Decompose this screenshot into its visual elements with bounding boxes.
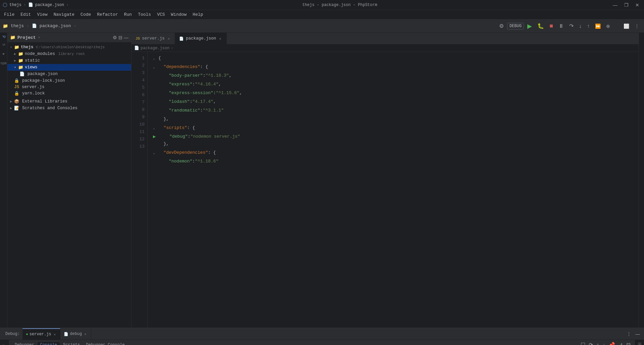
package-lock-label: package-lock.json [22, 78, 65, 83]
console-scroll-down-button[interactable]: ↓ [601, 341, 606, 345]
step-out-button[interactable]: ↑ [585, 22, 592, 30]
menu-window[interactable]: Window [168, 11, 190, 18]
debug-tab-server-js-close[interactable]: ✕ [53, 332, 57, 337]
menu-code[interactable]: Code [78, 11, 94, 18]
debug-tab-debug-icon: 📄 [64, 332, 68, 336]
editor-area: JS server.js ✕ 📄 package.json ✕ 📄 packag… [131, 33, 639, 328]
debug-tab-debug-close[interactable]: ✕ [83, 332, 88, 337]
menu-run[interactable]: Run [121, 11, 135, 18]
stop-button[interactable]: ■ [547, 21, 555, 31]
subtab-console[interactable]: Console [38, 342, 60, 345]
subtab-debugger-console[interactable]: Debugger Console [83, 342, 127, 345]
favorites-icon[interactable]: ★ [2, 51, 5, 56]
pause-button[interactable]: ⏸ [556, 22, 566, 30]
code-line-9: ▾ "scripts" : { [153, 124, 633, 133]
tree-views[interactable]: ▾ 📁 views [7, 64, 131, 71]
console-clear-button[interactable]: ☐ [579, 341, 587, 345]
run-button[interactable]: ▶ [525, 21, 534, 31]
bottom-minimize-button[interactable]: — [634, 331, 641, 337]
close-button[interactable]: ✕ [633, 2, 641, 8]
menu-file[interactable]: File [1, 11, 17, 18]
tree-server-js[interactable]: JS server.js [7, 84, 131, 90]
toolbar-breadcrumb-file: package.json [40, 23, 71, 28]
code-line-2: ▾ "dependencies" : { [153, 63, 633, 72]
subtab-debugger[interactable]: Debugger [12, 342, 37, 345]
menu-tools[interactable]: Tools [135, 11, 154, 18]
subtab-scripts[interactable]: Scripts [60, 342, 83, 345]
code-line-6: "lodash" : "4.17.4" , [153, 98, 633, 107]
tree-static[interactable]: ▶ 📁 static [7, 57, 131, 64]
fold-9[interactable]: ▾ [153, 126, 157, 133]
console-copy-button[interactable]: ⟳ [587, 341, 594, 345]
console-pin-button[interactable]: 📌 [607, 341, 616, 345]
debug-config-label: DEBUG [507, 23, 524, 29]
tab-server-js-icon: JS [136, 37, 140, 41]
more-actions-button[interactable]: ⋮ [633, 22, 641, 30]
code-line-1: ▾ { [153, 55, 633, 63]
tab-package-json-close[interactable]: ✕ [218, 36, 222, 41]
menu-help[interactable]: Help [190, 11, 206, 18]
menu-navigate[interactable]: Navigate [51, 11, 77, 18]
breadcrumb-sep: › [171, 46, 173, 51]
console-fullscreen-button[interactable]: ⤢ [617, 341, 624, 345]
filetree-collapse-button[interactable]: ⊟ [118, 35, 122, 40]
run-to-cursor-button[interactable]: ⏩ [593, 22, 603, 30]
tree-external-libraries[interactable]: ▶ 📦 External Libraries [7, 98, 131, 105]
fold-2[interactable]: ▾ [153, 65, 157, 72]
code-line-5: "express-session" : "^1.15.6" , [153, 89, 633, 98]
node-modules-icon: 📁 [18, 51, 23, 57]
step-over-button[interactable]: ↷ [567, 21, 576, 30]
tree-yarn-lock[interactable]: 🔒 yarn.lock [7, 90, 131, 97]
filetree-settings-button[interactable]: ⚙ [113, 35, 117, 40]
debug-tab-debug[interactable]: 📄 debug ✕ [60, 328, 91, 340]
menu-view[interactable]: View [34, 11, 50, 18]
tab-server-js[interactable]: JS server.js ✕ [131, 33, 175, 44]
tree-node-modules[interactable]: ▶ 📁 node_modules library root [7, 51, 131, 57]
maximize-button[interactable]: ❐ [622, 2, 631, 8]
root-path: C:\Users\shinelon\Desktop\thejs [36, 45, 105, 49]
tree-package-json[interactable]: 📄 package.json [7, 71, 131, 77]
console-scroll-up-button[interactable]: ↑ [595, 341, 600, 345]
menu-refactor[interactable]: Refactor [94, 11, 120, 18]
code-line-8: }, [153, 116, 633, 124]
static-arrow: ▶ [14, 59, 16, 63]
debug-run-button[interactable]: 🐛 [535, 21, 546, 30]
fold-12[interactable]: ▾ [153, 150, 157, 158]
console-settings-button[interactable]: ⊟ [625, 341, 632, 345]
bottom-more-button[interactable]: ⋮ [625, 331, 633, 337]
root-arrow: ▾ [10, 45, 12, 49]
debug-resume-icon[interactable]: ▶ [3, 343, 6, 345]
menu-edit[interactable]: Edit [18, 11, 34, 18]
breadcrumb-file[interactable]: package.json [141, 46, 169, 51]
bottom-subtab-bar: Debugger Console Scripts Debugger Consol… [9, 340, 635, 345]
evaluate-button[interactable]: ⊕ [604, 22, 612, 30]
toolbar-project: thejs [11, 23, 24, 28]
minimize-button[interactable]: — [611, 2, 620, 8]
menu-vcs[interactable]: VCS [154, 11, 167, 18]
tab-server-js-label: server.js [142, 36, 165, 41]
filetree-close-button[interactable]: — [124, 35, 128, 40]
server-js-icon: JS [14, 85, 19, 89]
line-numbers: 1 2 3 4 5 6 7 8 9 10 11 12 13 [131, 52, 148, 328]
toolbar-folder-icon: 📁 [3, 23, 8, 29]
yarn-lock-label: yarn.lock [22, 91, 45, 96]
structure-icon[interactable]: S [2, 44, 6, 46]
tree-scratches[interactable]: ▶ 📝 Scratches and Consoles [7, 105, 131, 112]
expand-button[interactable]: ⬜ [622, 22, 631, 30]
tree-package-lock[interactable]: 🔒 package-lock.json [7, 77, 131, 84]
external-libs-label: External Libraries [22, 99, 67, 104]
project-icon[interactable]: P [1, 36, 6, 38]
tab-package-json[interactable]: 📄 package.json ✕ [175, 33, 227, 44]
code-content[interactable]: ▾ { ▾ "dependencies" : { "body-parser" : [148, 52, 639, 328]
console-layout-icon[interactable]: ☰ [638, 342, 642, 345]
tab-server-js-close[interactable]: ✕ [167, 36, 171, 41]
settings-button[interactable]: ⚙ [497, 21, 506, 30]
tree-root[interactable]: ▾ 📁 thejs C:\Users\shinelon\Desktop\thej… [7, 44, 131, 51]
debug-tab-server-js[interactable]: ● server.js ✕ [22, 328, 60, 340]
run-debug-button[interactable]: ▶ [153, 133, 158, 140]
bottom-console-area: Debugger Console Scripts Debugger Consol… [9, 340, 635, 345]
step-into-button[interactable]: ↓ [577, 22, 584, 30]
fold-1[interactable]: ▾ [153, 56, 157, 63]
filetree-folder-icon: 📁 [10, 35, 15, 40]
npm-icon[interactable]: npm [0, 62, 6, 65]
